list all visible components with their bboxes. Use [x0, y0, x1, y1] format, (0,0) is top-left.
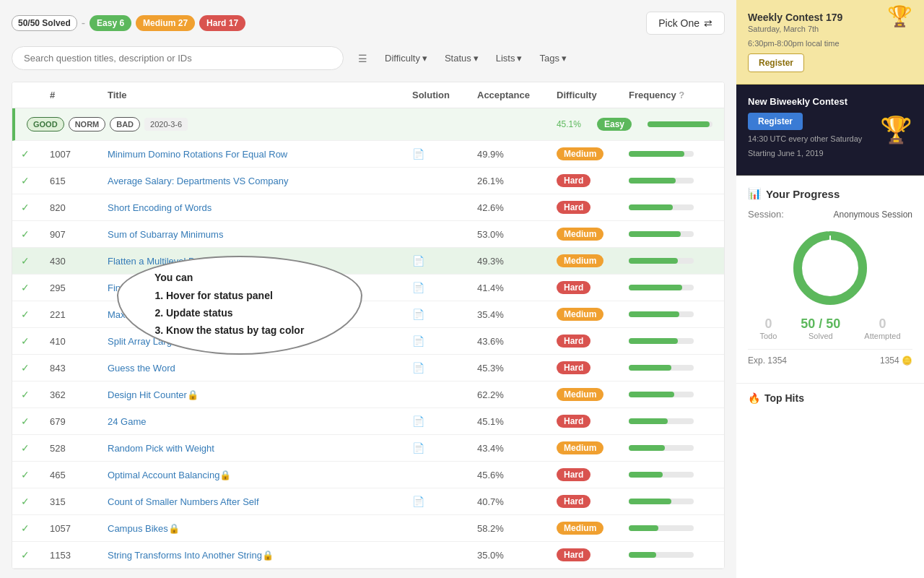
freq-bar-bg: [629, 285, 694, 290]
tooltip-line0: You can: [154, 272, 339, 283]
frequency-cell: [629, 151, 715, 157]
session-row: Session: Anonymous Session: [748, 209, 912, 220]
row-title[interactable]: Random Pick with Weight: [108, 443, 214, 454]
frequency-cell: [629, 392, 715, 397]
difficulty-cell: Hard: [557, 495, 629, 508]
pick-one-button[interactable]: Pick One ⇄: [646, 12, 725, 35]
difficulty-filter[interactable]: Difficulty ▾: [379, 50, 433, 66]
frequency-cell: [629, 499, 715, 504]
search-input[interactable]: [12, 46, 344, 70]
col-frequency: Frequency ?: [629, 90, 715, 100]
check-icon: ✓: [21, 522, 30, 534]
table-row: ✓ 315 Count of Smaller Numbers After Sel…: [12, 488, 724, 515]
difficulty-badge: Hard: [557, 415, 590, 428]
frequency-cell: [629, 445, 715, 451]
acceptance-cell: 26.1%: [477, 176, 557, 186]
check-cell: ✓: [21, 228, 50, 240]
difficulty-cell: Hard: [557, 548, 629, 561]
solution-cell: 📄: [412, 255, 477, 267]
check-cell: ✓: [21, 282, 50, 293]
freq-bar-bg: [629, 204, 694, 210]
tag-norm-btn[interactable]: NORM: [69, 117, 106, 131]
solution-cell: 📄: [412, 415, 477, 427]
check-cell: ✓: [21, 549, 50, 561]
row-title-cell: Sum of Subarray Minimums: [108, 229, 412, 240]
check-icon: ✓: [21, 228, 30, 240]
row-title[interactable]: Guess the Word: [108, 363, 175, 374]
row-number: 1057: [50, 523, 108, 534]
sidebar: 🏆 Weekly Contest 179 Saturday, March 7th…: [736, 0, 924, 578]
check-cell: ✓: [21, 255, 50, 267]
lists-filter[interactable]: Lists ▾: [490, 50, 528, 66]
freq-bar-bg: [629, 311, 694, 317]
tags-filter[interactable]: Tags ▾: [533, 50, 572, 66]
freq-bar-fill: [629, 258, 678, 264]
row-number: 315: [50, 496, 108, 507]
table-row: ✓ 465 Optimal Account Balancing🔒 45.6% H…: [12, 462, 724, 488]
progress-title-text: Your Progress: [766, 188, 840, 200]
frequency-cell: [629, 285, 715, 290]
check-icon: ✓: [21, 175, 30, 186]
row-title-cell: Average Salary: Departments VS Company: [108, 176, 412, 186]
row-title[interactable]: 24 Game: [108, 416, 146, 427]
status-filter[interactable]: Status ▾: [439, 50, 484, 66]
tag-bad-btn[interactable]: BAD: [110, 117, 140, 131]
difficulty-badge: Medium: [557, 522, 603, 535]
difficulty-badge: Medium: [557, 228, 603, 241]
donut-chart: [790, 228, 870, 308]
acceptance-cell: 45.1%: [477, 416, 557, 427]
row-title[interactable]: String Transforms Into Another String: [108, 550, 262, 561]
row-number: 615: [50, 176, 108, 186]
solution-icon: 📄: [412, 442, 424, 454]
solved-stat: 50 / 50 Solved: [801, 316, 840, 340]
freq-bar-fill: [629, 285, 682, 290]
difficulty-cell: Medium: [557, 522, 629, 535]
solution-icon: 📄: [412, 415, 424, 427]
biweekly-sub: 14:30 UTC every other Saturday: [748, 134, 862, 143]
freq-bar-fill: [629, 525, 658, 531]
biweekly-register-btn[interactable]: Register: [748, 113, 803, 130]
check-cell: ✓: [21, 469, 50, 480]
lock-icon: 🔒: [168, 523, 180, 534]
solution-cell: 📄: [412, 282, 477, 293]
freq-bar-bg: [629, 499, 694, 504]
row-title-cell: Design Hit Counter🔒: [108, 389, 412, 400]
tag-date: 2020-3-6: [144, 118, 188, 131]
freq-bar-bg: [629, 151, 694, 157]
row-title[interactable]: Optimal Account Balancing: [108, 470, 219, 480]
progress-title: 📊 Your Progress: [748, 187, 912, 200]
check-cell: ✓: [21, 335, 50, 347]
frequency-cell: [629, 231, 715, 237]
row-title[interactable]: Short Encoding of Words: [108, 202, 212, 213]
tag-good-btn[interactable]: GOOD: [27, 117, 64, 131]
weekly-register-btn[interactable]: Register: [748, 53, 804, 72]
chevron-down-icon: ▾: [474, 53, 479, 64]
row-title[interactable]: Sum of Subarray Minimums: [108, 229, 223, 240]
biweekly-sub2: Starting June 1, 2019: [748, 149, 862, 158]
row-title-cell: Guess the Word: [108, 363, 412, 374]
row-title[interactable]: Count of Smaller Numbers After Self: [108, 496, 259, 507]
check-icon: ✓: [21, 415, 30, 427]
col-acceptance: Acceptance: [477, 90, 557, 100]
difficulty-cell: Hard: [557, 468, 629, 481]
acceptance-cell: 45.3%: [477, 363, 557, 374]
row-title[interactable]: Minimum Domino Rotations For Equal Row: [108, 149, 287, 160]
solution-icon: 📄: [412, 496, 424, 507]
row-title[interactable]: Design Hit Counter: [108, 389, 187, 400]
frequency-cell: [629, 365, 715, 371]
freq-bar-bg: [629, 365, 694, 371]
acceptance-cell: 40.7%: [477, 496, 557, 507]
list-icon[interactable]: ☰: [352, 50, 373, 67]
check-cell: ✓: [21, 148, 50, 160]
acceptance-cell: 58.2%: [477, 523, 557, 534]
row-number: 362: [50, 389, 108, 400]
tag-row: GOOD NORM BAD 2020-3-6 45.1% Easy: [12, 108, 724, 141]
row-title[interactable]: Average Salary: Departments VS Company: [108, 176, 289, 186]
biweekly-contest: New Biweekly Contest Register 14:30 UTC …: [736, 85, 924, 176]
check-icon: ✓: [21, 442, 30, 454]
top-hits-title: 🔥 Top Hits: [748, 392, 912, 404]
solution-cell: 📄: [412, 442, 477, 454]
exp-row: Exp. 1354 1354 🪙: [748, 349, 912, 371]
row-title[interactable]: Campus Bikes: [108, 523, 168, 534]
solution-cell: 📄: [412, 148, 477, 160]
